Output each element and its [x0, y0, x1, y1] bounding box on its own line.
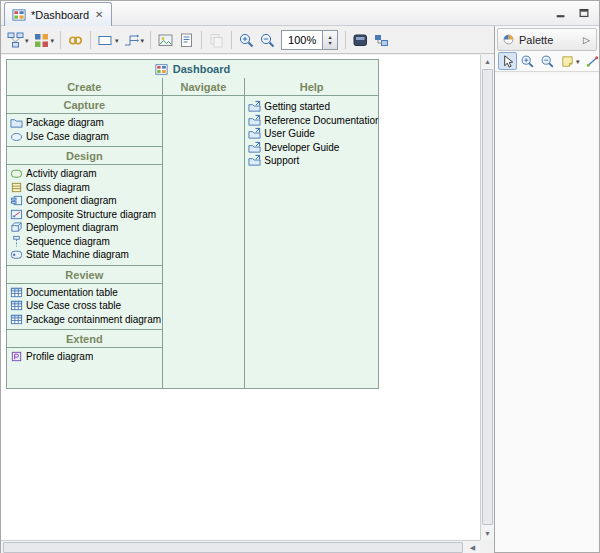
palette-toolbar: ▾ ▾	[495, 51, 599, 72]
section-header-capture: Capture	[7, 96, 162, 114]
item-label: Component diagram	[26, 195, 117, 206]
minimize-icon	[555, 7, 567, 19]
item-label: User Guide	[264, 128, 315, 139]
hyperlink-icon	[67, 32, 84, 49]
close-icon[interactable]: ✕	[94, 9, 104, 20]
scroll-left-icon[interactable]: ◀	[466, 541, 479, 553]
toolbar-separator	[345, 31, 346, 49]
hyperlink-button[interactable]	[65, 29, 86, 51]
tab-dashboard[interactable]: *Dashboard ✕	[4, 2, 112, 26]
zoom-spinner[interactable]: ▴ ▾	[322, 31, 337, 49]
help-support[interactable]: Support	[245, 154, 378, 168]
zoom-in-icon	[520, 54, 535, 69]
zoom-out-button[interactable]	[257, 29, 278, 51]
scroll-down-icon[interactable]: ▼	[481, 527, 494, 540]
zoom-value[interactable]: 100%	[282, 31, 322, 49]
copy-button[interactable]	[206, 29, 227, 51]
note-tool-dropdown[interactable]: ▾	[558, 52, 582, 70]
create-profile-diagram[interactable]: Profile diagram	[7, 350, 162, 364]
create-use-case-cross-table[interactable]: Use Case cross table	[7, 299, 162, 313]
help-user-guide[interactable]: User Guide	[245, 127, 378, 141]
appearance-button[interactable]	[176, 29, 197, 51]
component-diagram-icon	[10, 194, 23, 207]
sequence-diagram-icon	[10, 235, 23, 248]
vertical-scrollbar[interactable]: ▲ ▼	[480, 55, 494, 540]
zoom-out-icon	[259, 32, 276, 49]
maximize-button[interactable]	[576, 6, 591, 19]
line-routing-dropdown-button[interactable]: ▾	[121, 29, 147, 51]
section-capture: Capture Package diagram Use Case diagram	[7, 96, 162, 147]
palette-title: Palette	[519, 34, 577, 46]
arrange-dropdown-button[interactable]: ▾	[5, 29, 31, 51]
item-label: Package containment diagram	[26, 314, 161, 325]
column-create: Create Capture Package diagram Use Case …	[7, 78, 162, 388]
item-label: Package diagram	[26, 117, 104, 128]
tab-title: *Dashboard	[31, 9, 89, 21]
zoom-out-tool[interactable]	[538, 52, 557, 70]
column-navigate: Navigate	[162, 78, 245, 388]
window-buttons	[553, 6, 591, 19]
section-design: Design Activity diagram Class diagram Co…	[7, 147, 162, 266]
item-label: Deployment diagram	[26, 222, 118, 233]
toolbar-separator	[90, 31, 91, 49]
zoom-in-tool[interactable]	[518, 52, 537, 70]
help-getting-started[interactable]: Getting started	[245, 100, 378, 114]
create-activity-diagram[interactable]: Activity diagram	[7, 167, 162, 181]
export-image-icon	[157, 32, 174, 49]
create-sequence-diagram[interactable]: Sequence diagram	[7, 235, 162, 249]
section-review: Review Documentation table Use Case cros…	[7, 266, 162, 331]
documentation-table-icon	[10, 286, 23, 299]
zoom-combo[interactable]: 100% ▴ ▾	[281, 30, 338, 50]
note-icon	[560, 54, 575, 69]
create-component-diagram[interactable]: Component diagram	[7, 194, 162, 208]
connection-tool-dropdown[interactable]: ▾	[583, 52, 600, 70]
spinner-down-icon[interactable]: ▾	[329, 40, 332, 46]
palette-body[interactable]	[495, 74, 599, 552]
line-routing-dropdown-icon	[123, 32, 140, 49]
create-use-case-diagram[interactable]: Use Case diagram	[7, 130, 162, 144]
outline-icon	[373, 32, 390, 49]
vertical-scroll-thumb[interactable]	[482, 69, 493, 525]
item-label: Class diagram	[26, 182, 90, 193]
properties-button[interactable]	[350, 29, 371, 51]
create-composite-structure-diagram[interactable]: Composite Structure diagram	[7, 208, 162, 222]
horizontal-scroll-thumb[interactable]	[3, 542, 463, 553]
palette-header[interactable]: Palette ▷	[497, 28, 597, 51]
diagram-canvas: Dashboard Create Capture Package diagram	[1, 55, 480, 540]
export-image-button[interactable]	[155, 29, 176, 51]
help-developer-guide[interactable]: Developer Guide	[245, 141, 378, 155]
minimize-button[interactable]	[553, 6, 568, 19]
palette-expand-icon[interactable]: ▷	[581, 35, 592, 45]
chevron-down-icon: ▾	[576, 58, 580, 65]
create-deployment-diagram[interactable]: Deployment diagram	[7, 221, 162, 235]
create-package-containment-diagram[interactable]: Package containment diagram	[7, 313, 162, 327]
create-class-diagram[interactable]: Class diagram	[7, 181, 162, 195]
use-case-cross-table-icon	[10, 299, 23, 312]
item-label: Developer Guide	[264, 142, 339, 153]
dashboard-columns: Create Capture Package diagram Use Case …	[7, 78, 378, 388]
create-state-machine-diagram[interactable]: State Machine diagram	[7, 248, 162, 262]
shape-style-dropdown-button[interactable]: ▾	[95, 29, 121, 51]
toolbar-separator	[231, 31, 232, 49]
create-package-diagram[interactable]: Package diagram	[7, 116, 162, 130]
dashboard-widget: Dashboard Create Capture Package diagram	[6, 59, 379, 389]
column-header-create: Create	[7, 78, 162, 96]
select-tool[interactable]	[498, 52, 517, 70]
main-toolbar: ▾ ▾ ▾ ▾	[1, 27, 494, 54]
copy-icon	[208, 32, 225, 49]
outline-button[interactable]	[371, 29, 392, 51]
editor-tab-bar: *Dashboard ✕	[1, 1, 599, 26]
application-window: *Dashboard ✕ ▾ ▾ ▾	[0, 0, 600, 553]
zoom-out-icon	[540, 54, 555, 69]
create-documentation-table[interactable]: Documentation table	[7, 286, 162, 300]
cursor-icon	[500, 54, 515, 69]
scroll-up-icon[interactable]: ▲	[481, 55, 494, 68]
help-reference-documentation[interactable]: Reference Documentation	[245, 114, 378, 128]
item-label: Composite Structure diagram	[26, 209, 156, 220]
use-case-diagram-icon	[10, 130, 23, 143]
zoom-in-button[interactable]	[236, 29, 257, 51]
appearance-icon	[178, 32, 195, 49]
horizontal-scrollbar[interactable]: ◀ ▶	[1, 540, 494, 553]
chevron-down-icon: ▾	[115, 37, 119, 44]
diagram-wizard-dropdown-button[interactable]: ▾	[31, 29, 57, 51]
